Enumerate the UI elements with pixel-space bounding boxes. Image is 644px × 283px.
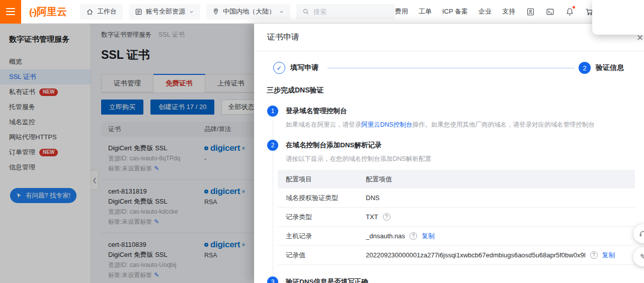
- workbench-label: 工作台: [97, 7, 117, 16]
- account-scope-select[interactable]: 账号全部资源: [129, 4, 200, 20]
- host-record-value: _dnsauth.nas: [366, 232, 405, 240]
- config-row-record-value: 记录值 202209230000001za277i6jssqi1xwbcb67e…: [278, 246, 635, 265]
- wizard-connector-line: [328, 68, 575, 68]
- config-table-header: 配置项目 配置项值: [278, 170, 635, 188]
- search-icon: [302, 8, 309, 15]
- dns-step-1: 1 登录域名管理控制台 如果域名在阿里云，请登录阿里云DNS控制台操作。如果您使…: [267, 106, 644, 129]
- nav-link-billing[interactable]: 费用: [395, 7, 408, 16]
- notification-icon[interactable]: [565, 7, 574, 16]
- contact-icon[interactable]: [526, 7, 535, 16]
- headset-icon: [639, 230, 644, 238]
- wizard-step2-label: 验证信息: [596, 63, 624, 72]
- global-search-box[interactable]: [296, 4, 395, 20]
- aliyun-logo[interactable]: (-) 阿里云: [29, 5, 67, 19]
- pencil-icon: ✎: [640, 252, 644, 261]
- notification-badge-dot: [573, 6, 575, 9]
- dns-console-link[interactable]: 阿里云DNS控制台: [361, 121, 412, 128]
- aliyun-logo-mark: (-): [29, 7, 36, 18]
- region-select[interactable]: 中国内地（大陆）: [206, 4, 290, 20]
- hamburger-menu-button[interactable]: [0, 0, 21, 24]
- help-icon[interactable]: ?: [410, 232, 417, 240]
- dns-config-table: 配置项目 配置项值 域名授权验证类型 DNS 记录类型 TXT ?: [278, 170, 635, 265]
- wizard-step1-label: 填写申请: [290, 63, 318, 72]
- config-row-verify-type: 域名授权验证类型 DNS: [278, 188, 635, 208]
- config-row-host-record: 主机记录 _dnsauth.nas ? 复制: [278, 227, 635, 246]
- region-label: 中国内地（大陆）: [223, 7, 275, 16]
- wizard-step2-number: 2: [579, 62, 591, 74]
- step-2-title: 在域名控制台添加DNS解析记录: [286, 140, 635, 151]
- aliyun-console-page: (-) 阿里云 工作台 账号全部资源 中国内地（大陆） 费用 工单 ICP 备案…: [0, 0, 644, 283]
- workbench-button[interactable]: 工作台: [80, 4, 123, 20]
- step-1-title: 登录域名管理控制台: [286, 106, 635, 117]
- step-1-number: 1: [267, 106, 278, 117]
- nav-link-support[interactable]: 支持: [502, 7, 515, 16]
- nav-link-tickets[interactable]: 工单: [419, 7, 432, 16]
- dns-step-3: 3 验证DNS信息是否填写正确: [267, 276, 644, 283]
- drawer-header: 证书申请 ✕: [254, 24, 644, 51]
- resource-group-icon: [135, 8, 142, 16]
- nav-link-enterprise[interactable]: 企业: [478, 7, 492, 16]
- chevron-down-icon: [279, 9, 284, 15]
- verify-type-value: DNS: [366, 194, 379, 202]
- help-icon[interactable]: ?: [383, 213, 390, 221]
- step-3-title: 验证DNS信息是否填写正确: [286, 276, 635, 283]
- search-input[interactable]: [313, 8, 389, 16]
- home-icon: [86, 8, 94, 16]
- location-pin-icon: [212, 8, 219, 15]
- record-type-value: TXT: [366, 213, 378, 221]
- top-navbar: (-) 阿里云 工作台 账号全部资源 中国内地（大陆） 费用 工单 ICP 备案…: [0, 0, 644, 24]
- drawer-title: 证书申请: [267, 32, 299, 43]
- record-value-value: 202209230000001za277i6jssqi1xwbcb67edmbi…: [366, 251, 586, 259]
- dns-step-2: 2 在域名控制台添加DNS解析记录 请按以下提示，在您的域名控制台添加DNS解析…: [267, 140, 644, 266]
- cert-application-drawer: 证书申请 ✕ ✓ 填写申请 2 验证信息 三步完成DNS验证 1 登录域名管理控…: [254, 24, 644, 283]
- copy-record-value-link[interactable]: 复制: [602, 251, 615, 260]
- step-2-number: 2: [267, 140, 278, 151]
- chevron-down-icon: [189, 9, 194, 15]
- col-config-value: 配置项值: [366, 175, 635, 184]
- dns-step-list: 1 登录域名管理控制台 如果域名在阿里云，请登录阿里云DNS控制台操作。如果您使…: [267, 106, 644, 283]
- aliyun-logo-text: 阿里云: [37, 5, 67, 19]
- col-config-item: 配置项目: [278, 175, 366, 184]
- top-right-popup: [592, 0, 644, 35]
- wizard-step1-done-icon: ✓: [273, 62, 285, 74]
- help-icon[interactable]: ?: [590, 251, 598, 259]
- config-row-record-type: 记录类型 TXT ?: [278, 208, 635, 227]
- step-1-description: 如果域名在阿里云，请登录阿里云DNS控制台操作。如果您使用其他厂商的域名，请登录…: [286, 120, 635, 129]
- step-2-description: 请按以下提示，在您的域名控制台添加DNS解析配置: [286, 154, 635, 163]
- wizard-steps: ✓ 填写申请 2 验证信息: [273, 62, 629, 74]
- nav-link-icp[interactable]: ICP 备案: [442, 7, 468, 16]
- step-3-number: 3: [267, 276, 278, 283]
- dns-verify-section-title: 三步完成DNS验证: [267, 86, 644, 95]
- copy-host-record-link[interactable]: 复制: [422, 232, 435, 241]
- cloudshell-icon[interactable]: [545, 7, 554, 16]
- account-scope-label: 账号全部资源: [146, 7, 185, 16]
